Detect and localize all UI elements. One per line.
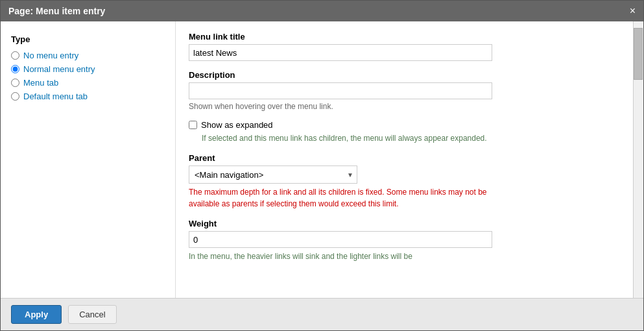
weight-label: Weight [189,219,620,228]
radio-option-normal-menu[interactable]: Normal menu entry [11,64,165,74]
radio-default-tab[interactable] [11,92,19,101]
radio-no-menu-label: No menu entry [23,51,78,60]
dialog-titlebar: Page: Menu item entry × [1,1,643,21]
scrollbar-track[interactable] [633,21,643,298]
apply-button[interactable]: Apply [11,305,62,324]
radio-normal-menu-label: Normal menu entry [23,64,95,74]
menu-link-title-label: Menu link title [189,32,620,42]
show-expanded-group: Show as expanded If selected and this me… [189,120,620,144]
show-expanded-row[interactable]: Show as expanded [189,120,620,130]
description-input[interactable] [189,82,492,99]
radio-default-tab-label: Default menu tab [23,92,88,101]
radio-option-default-tab[interactable]: Default menu tab [11,92,165,101]
parent-group: Parent <Main navigation> ▼ The maximum d… [189,153,620,210]
menu-link-title-input[interactable] [189,44,492,61]
close-button[interactable]: × [630,6,636,16]
parent-help: The maximum depth for a link and all its… [189,186,492,210]
parent-label: Parent [189,153,620,163]
parent-select-wrapper: <Main navigation> ▼ [189,166,357,184]
radio-normal-menu[interactable] [11,65,19,73]
left-panel: Type No menu entry Normal menu entry Men… [1,21,176,298]
radio-no-menu[interactable] [11,51,19,60]
dialog-title: Page: Menu item entry [8,6,105,16]
type-section-title: Type [11,34,165,44]
right-panel: Menu link title Description Shown when h… [176,21,633,298]
dialog-container: Page: Menu item entry × Type No menu ent… [0,0,644,331]
cancel-button[interactable]: Cancel [68,305,116,324]
menu-link-title-group: Menu link title [189,32,620,61]
scrollbar-thumb[interactable] [634,28,643,80]
show-expanded-label: Show as expanded [201,120,273,130]
radio-option-menu-tab[interactable]: Menu tab [11,78,165,88]
dialog-footer: Apply Cancel [1,298,643,330]
weight-help: In the menu, the heavier links will sink… [189,251,492,262]
description-group: Description Shown when hovering over the… [189,70,620,111]
radio-menu-tab-label: Menu tab [23,78,58,88]
parent-select[interactable]: <Main navigation> [189,166,357,184]
show-expanded-checkbox[interactable] [189,121,197,129]
radio-option-no-menu[interactable]: No menu entry [11,51,165,60]
dialog-body: Type No menu entry Normal menu entry Men… [1,21,643,298]
weight-group: Weight In the menu, the heavier links wi… [189,219,620,262]
description-label: Description [189,70,620,80]
weight-input[interactable] [189,231,492,248]
description-helper: Shown when hovering over the menu link. [189,102,620,111]
show-expanded-help: If selected and this menu link has child… [202,132,500,144]
radio-menu-tab[interactable] [11,79,19,87]
